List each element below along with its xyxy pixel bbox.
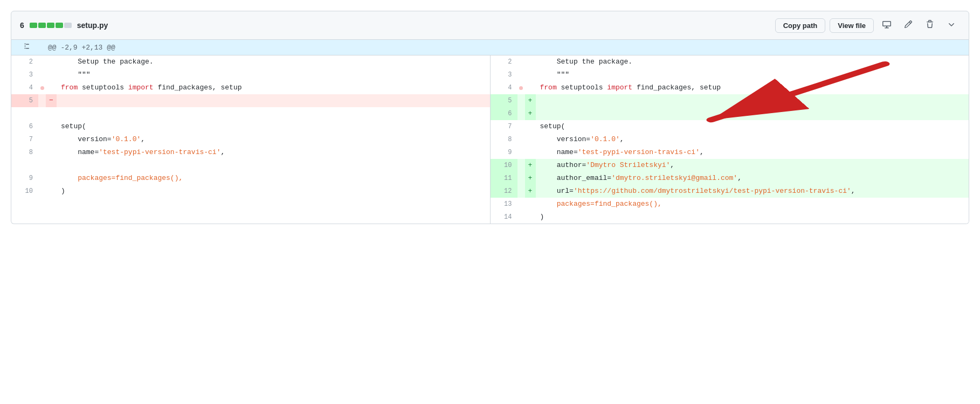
- line-marker: [46, 146, 57, 159]
- line-number: 9: [491, 146, 517, 159]
- hunk-icon: [11, 42, 44, 53]
- line-number: 8: [491, 133, 517, 146]
- line-content: Setup the package.: [536, 55, 969, 68]
- coverage-bar-5: [64, 23, 72, 28]
- table-row: 10 ): [11, 185, 490, 198]
- table-row: 8 name='test-pypi-version-travis-ci',: [11, 146, 490, 159]
- dot-cell: [517, 211, 525, 224]
- line-marker: +: [525, 94, 536, 107]
- table-row: 14 ): [491, 211, 969, 224]
- dot-cell: [38, 55, 46, 68]
- line-marker: +: [525, 185, 536, 198]
- line-marker: [46, 159, 57, 172]
- line-marker: [46, 120, 57, 133]
- line-marker: [525, 68, 536, 81]
- coverage-bar-4: [56, 23, 63, 28]
- table-row: [11, 159, 490, 172]
- line-content: [57, 94, 490, 107]
- line-number: [11, 107, 38, 120]
- line-content: packages=find_packages(),: [536, 198, 969, 211]
- table-row: 11 + author_email='dmytro.striletskyi@gm…: [491, 172, 969, 185]
- dot-cell: [38, 146, 46, 159]
- dot-cell: [38, 120, 46, 133]
- table-row: [11, 107, 490, 120]
- view-file-button[interactable]: View file: [830, 18, 874, 33]
- line-marker: [46, 68, 57, 81]
- line-number: 10: [11, 185, 38, 198]
- coverage-bars: [30, 23, 72, 28]
- dot-cell: [38, 159, 46, 172]
- table-row: 2 Setup the package.: [11, 55, 490, 68]
- diff-container: @@ -2,9 +2,13 @@ 2 Setup the package.: [11, 40, 969, 224]
- line-marker: +: [525, 159, 536, 172]
- diff-split-view: 2 Setup the package. 3 """: [11, 55, 969, 224]
- line-content: author='Dmytro Striletskyi',: [536, 159, 969, 172]
- line-number: 12: [491, 185, 517, 198]
- line-number: 10: [491, 159, 517, 172]
- line-number: 3: [11, 68, 38, 81]
- diff-right-side: 2 Setup the package. 3 """: [490, 55, 969, 224]
- coverage-bar-3: [47, 23, 54, 28]
- line-content: url='https://github.com/dmytrostriletsky…: [536, 185, 969, 198]
- line-number: 11: [491, 172, 517, 185]
- dot-cell: [517, 55, 525, 68]
- line-content: ): [536, 211, 969, 224]
- table-row: 8 version='0.1.0',: [491, 133, 969, 146]
- monitor-button[interactable]: [878, 17, 895, 34]
- line-content: [57, 159, 490, 172]
- line-number: [11, 159, 38, 172]
- line-number: 4: [491, 81, 517, 94]
- line-number: 14: [491, 211, 517, 224]
- table-row: 2 Setup the package.: [491, 55, 969, 68]
- dot-cell: [517, 185, 525, 198]
- edit-button[interactable]: [900, 17, 917, 34]
- dot-cell: [517, 120, 525, 133]
- line-content: name='test-pypi-version-travis-ci',: [57, 146, 490, 159]
- table-row: 6 setup(: [11, 120, 490, 133]
- line-marker: [525, 146, 536, 159]
- table-row: 7 setup(: [491, 120, 969, 133]
- line-content: from setuptools import find_packages, se…: [57, 81, 490, 94]
- line-number: 7: [11, 133, 38, 146]
- line-content: setup(: [57, 120, 490, 133]
- coverage-bar-2: [38, 23, 46, 28]
- line-marker: [46, 55, 57, 68]
- dot-cell: [517, 94, 525, 107]
- line-number: 5: [491, 94, 517, 107]
- line-content: Setup the package.: [57, 55, 490, 68]
- line-content: [536, 107, 969, 120]
- dot-cell: [517, 172, 525, 185]
- dot-cell: [517, 107, 525, 120]
- line-content: ): [57, 185, 490, 198]
- line-marker: [525, 133, 536, 146]
- copy-path-button[interactable]: Copy path: [775, 18, 826, 33]
- table-row: 3 """: [11, 68, 490, 81]
- table-row: 5 −: [11, 94, 490, 107]
- table-row: 6 +: [491, 107, 969, 120]
- expand-button[interactable]: [943, 17, 960, 34]
- line-marker: [46, 107, 57, 120]
- line-marker: [525, 120, 536, 133]
- table-row: 4 from setuptools import find_packages, …: [11, 81, 490, 94]
- monitor-icon: [882, 20, 891, 31]
- table-row: 7 version='0.1.0',: [11, 133, 490, 146]
- dot-cell: [517, 146, 525, 159]
- table-row: 9 name='test-pypi-version-travis-ci',: [491, 146, 969, 159]
- line-content: [57, 107, 490, 120]
- line-content: [536, 94, 969, 107]
- table-row: 10 + author='Dmytro Striletskyi',: [491, 159, 969, 172]
- line-marker: [525, 81, 536, 94]
- table-row: 4 from setuptools import find_packages, …: [491, 81, 969, 94]
- table-row: 12 + url='https://github.com/dmytrostril…: [491, 185, 969, 198]
- coverage-bar-1: [30, 23, 37, 28]
- line-content: version='0.1.0',: [57, 133, 490, 146]
- dot-cell: [38, 172, 46, 185]
- line-number: 6: [491, 107, 517, 120]
- table-row: 5 +: [491, 94, 969, 107]
- line-marker: +: [525, 107, 536, 120]
- line-number: 3: [491, 68, 517, 81]
- diff-split: 2 Setup the package. 3 """: [11, 55, 969, 224]
- diff-left-side: 2 Setup the package. 3 """: [11, 55, 490, 224]
- file-header-left: 6 setup.py: [20, 21, 108, 30]
- delete-button[interactable]: [921, 17, 938, 34]
